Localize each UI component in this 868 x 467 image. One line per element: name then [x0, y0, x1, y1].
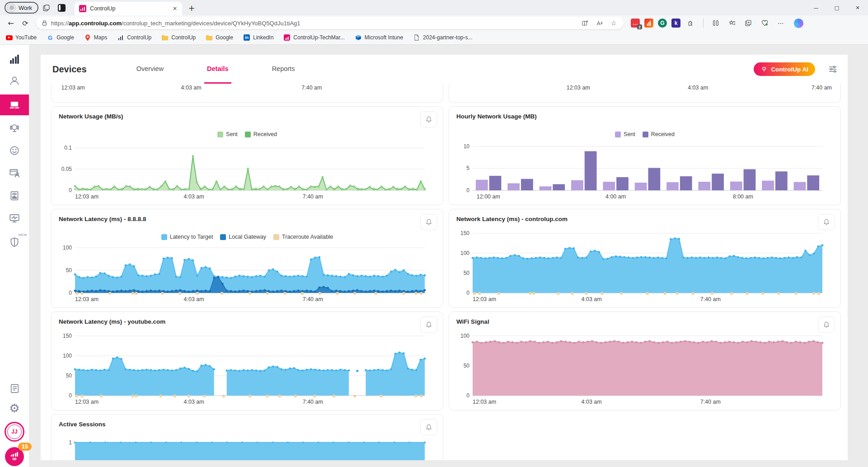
clipped-chart-card: 12:03 am4:03 am7:40 am: [51, 84, 443, 103]
lock-icon: [42, 20, 47, 26]
browser-essentials-icon[interactable]: [759, 17, 770, 29]
legend-swatch: [245, 132, 251, 137]
controlup-logo-icon: [10, 55, 19, 64]
clipped-chart-row: 12:03 am4:03 am7:40 am 12:03 am4:03 am7:…: [41, 84, 848, 103]
sidebar-item-notes[interactable]: [0, 379, 29, 397]
axis-label: 4:03 am: [181, 85, 202, 91]
filters-icon[interactable]: [827, 63, 839, 75]
refresh-button[interactable]: ⟳: [19, 17, 32, 29]
tab-close-icon[interactable]: ✕: [171, 5, 178, 12]
sidebar-item-settings[interactable]: ⚙: [0, 399, 29, 417]
chart-plot: 05010015012:03 am4:03 am7:40 am: [57, 328, 437, 406]
legend-swatch: [615, 132, 621, 137]
favorite-star-icon[interactable]: ☆: [608, 18, 619, 28]
back-button[interactable]: ←: [5, 17, 17, 29]
controlup-ai-button[interactable]: ControlUp AI: [754, 62, 815, 76]
sidebar-item-monitoring[interactable]: [0, 209, 29, 227]
bookmark-microsoft-intune[interactable]: Microsoft Intune: [355, 34, 403, 41]
extension-grammarly-icon[interactable]: G: [658, 19, 667, 28]
monitor-pulse-icon: [9, 212, 20, 224]
bookmark-folder-google[interactable]: Google: [206, 34, 233, 41]
tab-title: ControlUp: [90, 5, 168, 12]
collections-icon[interactable]: [742, 17, 754, 29]
extensions-puzzle-icon[interactable]: [685, 17, 697, 29]
browser-profile-button[interactable]: Work: [5, 2, 38, 14]
maps-pin-icon: [84, 34, 91, 41]
workspaces-icon[interactable]: [41, 3, 51, 13]
svg-text:0: 0: [466, 187, 469, 193]
svg-text:7:40 am: 7:40 am: [700, 399, 721, 405]
chart-title: Network Latency (ms) - controlup.com: [456, 216, 568, 222]
chart-card-hourly_network_usage: Hourly Network Usage (MB)SentReceived051…: [449, 106, 841, 205]
sidebar-item-reports[interactable]: [0, 187, 29, 205]
svg-text:0: 0: [466, 290, 469, 296]
vertical-tabs-icon[interactable]: [56, 3, 66, 13]
legend-item: Received: [643, 131, 675, 137]
bookmark-gartner-doc[interactable]: 2024-gartner-top-s...: [413, 34, 472, 41]
controlup-notifications-button[interactable]: 15 ∞: [5, 447, 24, 466]
svg-text:12:00 am: 12:00 am: [477, 193, 500, 200]
extension-controlup-dex-icon[interactable]: 2: [631, 19, 640, 28]
address-bar[interactable]: https://app.controlup.com/controlup_tech…: [36, 17, 624, 29]
svg-text:50: 50: [464, 270, 470, 276]
user-avatar[interactable]: JJ: [5, 422, 24, 442]
legend-label: Sent: [624, 131, 635, 137]
split-screen-icon[interactable]: [579, 18, 590, 28]
bookmark-linkedin[interactable]: inLinkedIn: [243, 34, 273, 41]
page-tabs: Overview Details Reports: [115, 55, 317, 84]
bell-icon: [822, 321, 830, 329]
extension-controlup-icon[interactable]: [644, 19, 653, 28]
document-icon: [413, 34, 420, 41]
chart-card-network_usage: Network Usage (MB/s)SentReceived00.050.1…: [51, 106, 443, 205]
settings-more-icon[interactable]: ⋯: [775, 17, 787, 29]
svg-text:100: 100: [63, 353, 72, 359]
chart-title: WiFi Signal: [456, 318, 489, 325]
svg-text:7:40 am: 7:40 am: [303, 399, 323, 405]
split-window-icon[interactable]: [710, 17, 722, 29]
bookmark-controlup-techmar[interactable]: ControlUp-TechMar...: [283, 34, 344, 41]
sidebar-item-devices[interactable]: [0, 94, 29, 115]
alert-bell-button[interactable]: [420, 111, 437, 127]
tab-reports[interactable]: Reports: [269, 55, 298, 84]
report-icon: [9, 190, 20, 202]
sidebar-item-security[interactable]: NEW: [0, 232, 29, 253]
svg-text:7:40 am: 7:40 am: [700, 296, 721, 302]
bookmark-folder-controlup[interactable]: ControlUp: [161, 34, 196, 41]
tab-overview[interactable]: Overview: [134, 55, 166, 84]
folder-icon: [161, 34, 169, 41]
alert-bell-button[interactable]: [420, 214, 437, 230]
tab-details[interactable]: Details: [204, 55, 231, 84]
sidebar-item-experience[interactable]: [0, 142, 29, 160]
svg-text:0: 0: [69, 392, 72, 399]
sidebar-controlup-logo[interactable]: [0, 50, 29, 68]
minimize-button[interactable]: —: [806, 0, 826, 15]
extensions-row: 2 G k ⋯: [631, 17, 803, 29]
bookmark-maps[interactable]: Maps: [84, 34, 107, 41]
url-text: https://app.controlup.com/controlup_tech…: [51, 20, 576, 27]
content-panel: Devices Overview Details Reports Control…: [41, 55, 848, 460]
new-tab-button[interactable]: +: [188, 4, 195, 13]
bookmark-google[interactable]: GGoogle: [47, 34, 74, 41]
chart-svg: 051012:00 am4:00 am8:00 am: [455, 138, 835, 201]
svg-text:4:03 am: 4:03 am: [184, 296, 204, 302]
maximize-button[interactable]: □: [826, 0, 847, 15]
copilot-icon[interactable]: [794, 19, 803, 28]
close-button[interactable]: ✕: [847, 0, 868, 15]
headset-icon: [9, 122, 20, 134]
sidebar-item-support[interactable]: [0, 119, 29, 137]
read-aloud-icon[interactable]: [594, 18, 605, 28]
bookmark-controlup[interactable]: ControlUp: [117, 34, 151, 41]
notes-icon: [9, 383, 20, 394]
svg-text:7:40 am: 7:40 am: [303, 296, 323, 302]
axis-label: 4:03 am: [688, 85, 708, 91]
sidebar-item-users[interactable]: [0, 72, 29, 90]
google-icon: G: [47, 34, 54, 41]
bookmark-youtube[interactable]: YouTube: [5, 34, 37, 41]
lightbulb-icon: [760, 66, 768, 73]
app-root: NEW ⚙ JJ 15 ∞ Devices: [0, 45, 868, 467]
favorites-icon[interactable]: [726, 17, 738, 29]
sidebar-item-web-monitoring[interactable]: [0, 164, 29, 182]
chart-legend: SentReceived: [449, 131, 840, 137]
browser-tab-controlup[interactable]: ControlUp ✕: [75, 2, 182, 15]
extension-kaltura-icon[interactable]: k: [671, 19, 680, 28]
